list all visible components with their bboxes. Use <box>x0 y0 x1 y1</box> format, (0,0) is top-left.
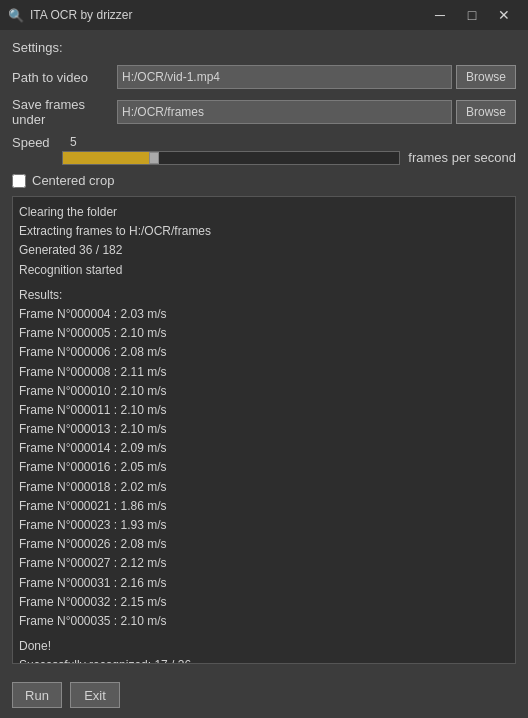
output-line: Frame N°000014 : 2.09 m/s <box>19 439 509 458</box>
speed-section: Speed 5 frames per second <box>12 135 516 165</box>
output-line: Frame N°000026 : 2.08 m/s <box>19 535 509 554</box>
title-bar: 🔍 ITA OCR by drizzer ─ □ ✕ <box>0 0 528 30</box>
minimize-button[interactable]: ─ <box>424 0 456 30</box>
output-line: Done! <box>19 637 509 656</box>
settings-heading: Settings: <box>12 40 516 55</box>
save-frames-label: Save frames under <box>12 97 117 127</box>
speed-controls: 5 frames per second <box>62 135 516 165</box>
browse-video-button[interactable]: Browse <box>456 65 516 89</box>
app-icon: 🔍 <box>8 7 24 23</box>
output-line: Generated 36 / 182 <box>19 241 509 260</box>
output-line: Frame N°000011 : 2.10 m/s <box>19 401 509 420</box>
path-to-video-label: Path to video <box>12 70 117 85</box>
slider-track[interactable] <box>62 151 400 165</box>
output-line: Frame N°000023 : 1.93 m/s <box>19 516 509 535</box>
output-line: Recognition started <box>19 261 509 280</box>
save-frames-input[interactable] <box>117 100 452 124</box>
close-button[interactable]: ✕ <box>488 0 520 30</box>
output-line: Frame N°000016 : 2.05 m/s <box>19 458 509 477</box>
speed-number-row: 5 <box>62 135 516 149</box>
title-bar-controls: ─ □ ✕ <box>424 0 520 30</box>
browse-frames-button[interactable]: Browse <box>456 100 516 124</box>
window-title: ITA OCR by drizzer <box>30 8 424 22</box>
path-to-video-row: Path to video Browse <box>12 65 516 89</box>
run-button[interactable]: Run <box>12 682 62 708</box>
maximize-button[interactable]: □ <box>456 0 488 30</box>
speed-value: 5 <box>70 135 77 149</box>
output-line: Results: <box>19 286 509 305</box>
output-area[interactable]: Clearing the folderExtracting frames to … <box>12 196 516 664</box>
slider-row: frames per second <box>62 150 516 165</box>
output-line: Frame N°000021 : 1.86 m/s <box>19 497 509 516</box>
output-line: Frame N°000031 : 2.16 m/s <box>19 574 509 593</box>
output-line: Clearing the folder <box>19 203 509 222</box>
output-line: Frame N°000004 : 2.03 m/s <box>19 305 509 324</box>
output-line: Frame N°000018 : 2.02 m/s <box>19 478 509 497</box>
output-line: Frame N°000006 : 2.08 m/s <box>19 343 509 362</box>
output-line: Frame N°000008 : 2.11 m/s <box>19 363 509 382</box>
slider-thumb[interactable] <box>149 152 159 164</box>
output-line: Frame N°000035 : 2.10 m/s <box>19 612 509 631</box>
save-frames-row: Save frames under Browse <box>12 97 516 127</box>
output-line: Frame N°000032 : 2.15 m/s <box>19 593 509 612</box>
slider-fill <box>63 152 154 164</box>
output-line: Frame N°000013 : 2.10 m/s <box>19 420 509 439</box>
output-line: Extracting frames to H:/OCR/frames <box>19 222 509 241</box>
exit-button[interactable]: Exit <box>70 682 120 708</box>
bottom-bar: Run Exit <box>0 674 528 716</box>
output-line: Frame N°000010 : 2.10 m/s <box>19 382 509 401</box>
main-content: Settings: Path to video Browse Save fram… <box>0 30 528 674</box>
path-to-video-input[interactable] <box>117 65 452 89</box>
speed-label: Speed <box>12 135 62 150</box>
output-line: Frame N°000005 : 2.10 m/s <box>19 324 509 343</box>
fps-label: frames per second <box>408 150 516 165</box>
centered-crop-row: Centered crop <box>12 173 516 188</box>
centered-crop-label[interactable]: Centered crop <box>32 173 114 188</box>
output-line: Frame N°000027 : 2.12 m/s <box>19 554 509 573</box>
centered-crop-checkbox[interactable] <box>12 174 26 188</box>
output-line: Successfully recognized: 17 / 36 <box>19 656 509 664</box>
